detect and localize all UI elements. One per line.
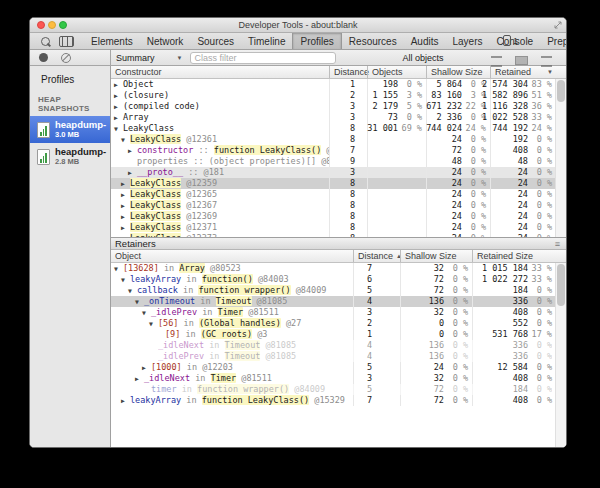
device-count-badge[interactable]: 1 [503,35,518,46]
expand-arrow-icon[interactable]: ▶ [128,168,137,178]
constructor-row[interactable]: ▶__proto__ :: @1813240 %240 % [111,167,566,178]
retainer-row[interactable]: _idleNext in Timeout @8108541360 %3360 % [111,340,566,351]
constructor-row[interactable]: ▶Array3730 %2 3360 %1 022 52833 % [111,112,566,123]
tab-timeline[interactable]: Timeline [241,33,292,49]
retainer-row[interactable]: ▼[13628] in Array @805237320 %1 015 1843… [111,263,566,274]
collapse-arrow-icon[interactable]: ▼ [149,319,158,329]
snapshot-list: heapdump-3.0 MBheapdump-2.8 MB [30,116,110,170]
console-drawer-icon[interactable] [491,56,502,67]
retainer-row[interactable]: ▶_idleNext in Timer @815113320 %4080 % [111,373,566,384]
expand-arrow-icon[interactable]: ▶ [114,91,123,101]
tab-elements[interactable]: Elements [84,33,140,49]
tab-sources[interactable]: Sources [190,33,241,49]
tab-network[interactable]: Network [140,33,191,49]
objects-filter-select[interactable]: All objects [402,53,443,63]
scrollbar-thumb[interactable] [557,264,565,306]
expand-arrow-icon[interactable]: ▶ [114,102,123,112]
close-button[interactable] [37,21,45,29]
collapse-arrow-icon[interactable]: ▼ [128,286,137,296]
constructor-row[interactable]: ▶constructor :: function LeakyClass() @1… [111,145,566,156]
minimize-button[interactable] [48,21,56,29]
expand-arrow-icon[interactable]: ▶ [121,201,130,211]
retainer-row[interactable]: ▶leakyArray in function LeakyClass() @15… [111,395,566,406]
constructor-row[interactable]: ▶LeakyClass @123698240 %240 % [111,211,566,222]
retainer-row[interactable]: ▼_idlePrev in Timer @815113320 %4080 % [111,307,566,318]
constructor-row[interactable]: ▶Object11980 %5 8640 %2 574 30483 % [111,79,566,90]
tab-layers[interactable]: Layers [445,33,489,49]
zoom-button[interactable] [59,21,67,29]
retainer-row[interactable]: ▶[1000] in @122035240 %12 5840 % [111,362,566,373]
retainer-row[interactable]: ▼_onTimeout in Timeout @8108541360 %3360… [111,296,566,307]
class-filter-input[interactable] [190,52,336,64]
column-header-distance[interactable]: Distance▲ [353,250,400,262]
retainer-row[interactable]: [9] in (GC roots) @3100 %531 76817 % [111,329,566,340]
expand-arrow-icon[interactable]: ▶ [121,223,130,233]
constructor-row[interactable]: ▶LeakyClass @123718240 %240 % [111,222,566,233]
expand-arrow-icon[interactable]: ▶ [135,374,144,384]
expand-arrow-icon[interactable]: ▶ [128,146,137,156]
scrollbar-thumb[interactable] [557,80,565,102]
collapse-arrow-icon[interactable]: ▼ [121,135,130,145]
tab-audits[interactable]: Audits [404,33,446,49]
expand-arrow-icon[interactable]: ▶ [121,212,130,222]
expand-arrow-icon[interactable]: ▶ [121,396,130,406]
column-header-shallow-size[interactable]: Shallow Size [400,250,472,262]
collapse-arrow-icon[interactable]: ▼ [121,275,130,285]
name-part-id: in [159,263,179,273]
tab-preprocessor[interactable]: Preprocessor [540,33,567,49]
value-cell: 4080 % [472,373,556,384]
constructor-row[interactable]: ▼LeakyClass @123618240 %1920 % [111,134,566,145]
search-icon[interactable] [41,37,50,46]
expand-arrow-icon[interactable]: ▶ [114,80,123,90]
constructor-row[interactable]: ▶LeakyClass @123738240 %240 % [111,233,566,237]
column-header-object[interactable]: Object [111,250,353,262]
column-header-retained-size[interactable]: Retained Size [472,250,556,262]
expand-arrow-icon[interactable]: ▶ [121,179,130,189]
column-header-label: Objects Count [372,66,426,78]
expand-arrow-icon[interactable]: ▶ [114,113,123,123]
clear-all-profiles-button[interactable] [61,53,71,63]
dock-side-icon[interactable] [541,56,552,67]
retainer-row[interactable]: _idlePrev in Timeout @8108541360 %3360 % [111,351,566,362]
column-header-shallow-size[interactable]: Shallow Size [426,66,490,78]
expand-arrow-icon[interactable]: ▶ [121,190,130,200]
constructor-row[interactable]: ▶LeakyClass @123678240 %240 % [111,200,566,211]
constructor-row[interactable]: properties :: (object properties)[] @805… [111,156,566,167]
constructor-row[interactable]: ▼LeakyClass831 00169 %744 02424 %744 192… [111,123,566,134]
column-header-retained-size[interactable]: Retained Size▼ [490,66,556,78]
retainer-row[interactable]: ▼leakyArray in function() @840036720 %1 … [111,274,566,285]
value-cell: 240 % [490,167,556,178]
column-header-distance[interactable]: Distance [329,66,367,78]
collapse-arrow-icon[interactable]: ▼ [142,308,151,318]
snapshot-item[interactable]: heapdump-2.8 MB [30,143,110,170]
perspective-select[interactable]: Summary ▼ [116,53,182,63]
snapshot-item[interactable]: heapdump-3.0 MB [30,116,110,143]
collapse-arrow-icon[interactable]: ▼ [114,124,123,134]
record-button[interactable] [39,53,48,62]
titlebar[interactable]: Developer Tools - about:blank [30,18,566,33]
retainer-row[interactable]: timer in function wrapper() @840095720 %… [111,384,566,395]
retainers-menu-icon[interactable]: ≡ [555,239,560,249]
inspect-element-icon[interactable] [59,36,74,47]
retainer-row[interactable]: ▼callback in function wrapper() @8400957… [111,285,566,296]
collapse-arrow-icon[interactable]: ▼ [114,264,123,274]
constructor-row[interactable]: ▶LeakyClass @123598240 %240 % [111,178,566,189]
column-header-objects-count[interactable]: Objects Count [367,66,426,78]
collapse-arrow-icon[interactable]: ▼ [135,297,144,307]
constructor-row[interactable]: ▶(closure)21 1553 %83 1603 %1 582 89651 … [111,90,566,101]
resize-grip-icon[interactable] [554,21,562,29]
vertical-scrollbar[interactable] [555,263,566,448]
constructor-row[interactable]: ▶LeakyClass @123658240 %240 % [111,189,566,200]
retainers-bar[interactable]: Retainers ≡ [111,237,566,250]
retainer-row[interactable]: ▼[56] in (Global handles) @27200 %5520 % [111,318,566,329]
tab-profiles[interactable]: Profiles [292,33,341,49]
vertical-scrollbar[interactable] [555,79,566,237]
value-cell: 8 [329,233,367,237]
constructor-row[interactable]: ▶(compiled code)32 1795 %671 23222 %1 11… [111,101,566,112]
settings-gear-icon[interactable] [515,56,528,65]
expand-arrow-icon[interactable]: ▶ [142,363,151,373]
value-cell: 2 1795 % [367,101,426,112]
tab-resources[interactable]: Resources [342,33,404,49]
column-header-constructor[interactable]: Constructor [111,66,329,78]
expand-arrow-icon[interactable]: ▶ [121,234,130,237]
